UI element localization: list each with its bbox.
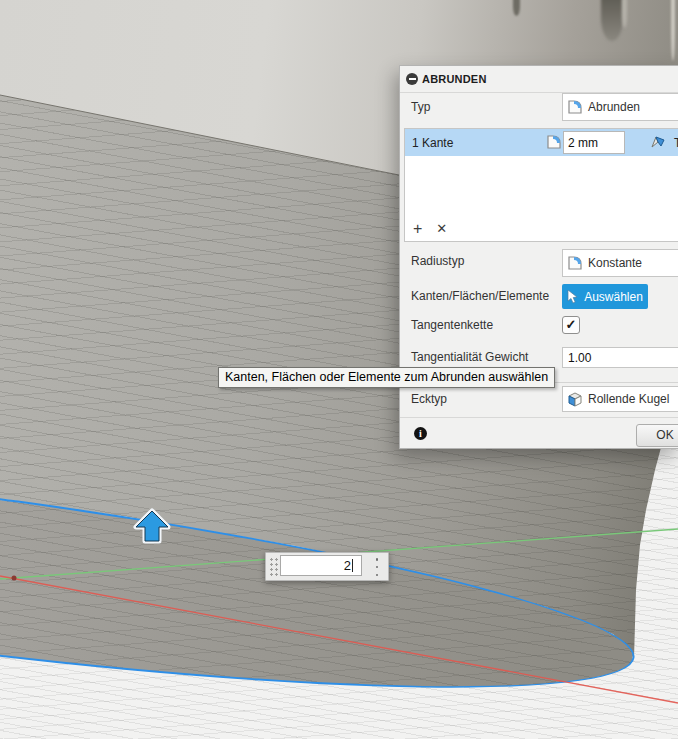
edge-set-row[interactable]: 1 Kante 2 mm T: [405, 129, 678, 156]
add-edge-button[interactable]: +: [413, 221, 422, 237]
gewicht-label: Tangentialität Gewicht: [411, 350, 528, 364]
remove-edge-button[interactable]: ✕: [436, 221, 447, 237]
viewport: 2 ABRUNDEN Typ Abrunden 1 Kante 2 mm: [0, 0, 678, 739]
reflection-streak: [601, 0, 623, 41]
checkmark-icon: ✓: [566, 317, 577, 332]
dialog-header[interactable]: ABRUNDEN: [400, 66, 678, 93]
tangent-icon: [650, 134, 667, 151]
tangentenkette-checkbox[interactable]: ✓: [562, 316, 580, 334]
text-caret: [352, 559, 353, 572]
dimension-mini-toolbar: 2: [265, 552, 389, 581]
gewicht-input[interactable]: 1.00: [562, 347, 678, 368]
info-icon[interactable]: i: [414, 427, 427, 440]
typ-select-value: Abrunden: [588, 100, 640, 114]
gewicht-value: 1.00: [568, 351, 591, 365]
kebab-menu-icon[interactable]: [374, 558, 380, 576]
ecktyp-select[interactable]: Rollende Kugel: [562, 386, 678, 412]
fillet-edge-list[interactable]: 1 Kante 2 mm T + ✕: [404, 128, 678, 242]
constant-radius-icon: [567, 255, 583, 271]
ok-button[interactable]: OK: [636, 424, 678, 447]
tangentenkette-label: Tangentenkette: [411, 318, 493, 332]
radius-value-input[interactable]: 2 mm: [563, 131, 625, 154]
radius-value: 2 mm: [568, 136, 598, 150]
rolling-ball-corner-icon: [567, 391, 583, 407]
collapse-icon[interactable]: [406, 73, 418, 85]
ecktyp-select-value: Rollende Kugel: [588, 392, 669, 406]
radiustyp-select-value: Konstante: [588, 256, 642, 270]
cursor-icon: [567, 290, 579, 304]
reflection-streak: [622, 0, 627, 28]
radiustyp-label: Radiustyp: [411, 254, 464, 268]
auswaehlen-button-label: Auswählen: [584, 290, 643, 304]
edge-count-label: 1 Kante: [412, 136, 453, 150]
tangent-option-label: T: [674, 136, 678, 150]
reflection-streak: [671, 0, 675, 61]
drag-handle[interactable]: [268, 556, 278, 577]
auswaehlen-button[interactable]: Auswählen: [562, 284, 648, 309]
reflection-streak: [513, 0, 520, 16]
tooltip: Kanten, Flächen oder Elemente zum Abrund…: [218, 367, 555, 388]
dialog-title: ABRUNDEN: [422, 73, 487, 85]
fillet-type-icon: [546, 134, 562, 150]
radius-dimension-value: 2: [344, 558, 351, 573]
radius-dimension-input[interactable]: 2: [280, 555, 362, 576]
typ-select[interactable]: Abrunden: [562, 93, 678, 121]
dialog-footer: i OK: [400, 417, 678, 449]
fillet-type-icon: [567, 99, 583, 115]
radiustyp-select[interactable]: Konstante: [562, 249, 678, 277]
kanten-label: Kanten/Flächen/Elemente: [411, 289, 549, 303]
typ-label: Typ: [411, 100, 430, 114]
ecktyp-label: Ecktyp: [411, 392, 447, 406]
fillet-dialog: ABRUNDEN Typ Abrunden 1 Kante 2 mm: [399, 65, 678, 449]
